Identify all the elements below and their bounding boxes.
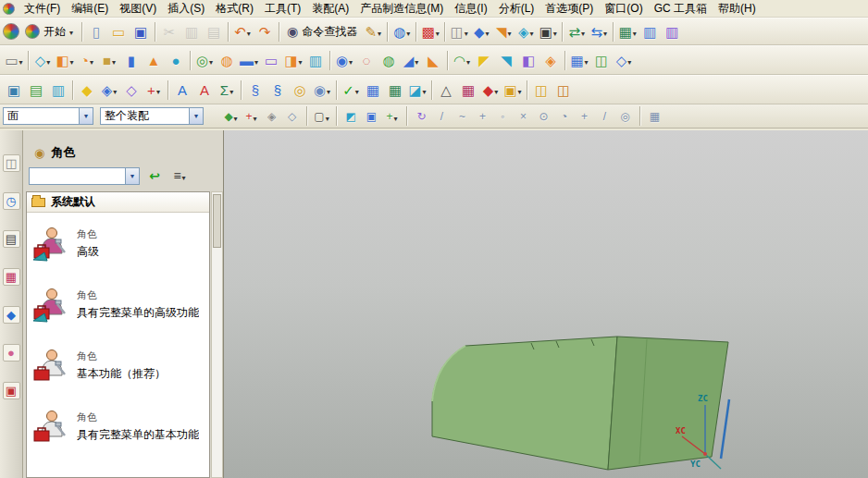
datum-plane-icon[interactable]: ◇ (31, 49, 54, 71)
palette-icon[interactable]: ▦ (3, 268, 20, 286)
expression-icon[interactable]: Σ (216, 79, 238, 101)
gc-tools-icon[interactable]: ▣ (502, 79, 524, 101)
text-tool-icon[interactable]: A (193, 79, 216, 101)
scale-body-icon[interactable]: ◈ (539, 49, 562, 71)
pocket-icon[interactable]: ▭ (260, 49, 282, 71)
fastener-assembly-icon[interactable]: ◆ (479, 79, 502, 101)
triangle-tool-icon[interactable]: △ (435, 79, 457, 101)
shaded-cube-icon[interactable]: ◩ (342, 107, 360, 125)
point-on-face-snap-icon[interactable]: ◎ (616, 107, 634, 125)
draft-icon[interactable]: ◥ (495, 49, 517, 71)
command-finder-button[interactable]: ◉命令查找器 (282, 23, 362, 41)
save-icon[interactable]: ▣ (130, 20, 152, 43)
block-icon[interactable]: ■ (98, 49, 120, 71)
role-item-1[interactable]: 角色具有完整菜单的高级功能 (27, 274, 209, 335)
scrollbar[interactable] (211, 191, 223, 478)
layers-icon[interactable]: ▤ (25, 79, 47, 101)
rotate-view-icon[interactable]: ↻ (413, 107, 430, 125)
new-window-icon[interactable]: ▣ (3, 79, 25, 101)
revolve-icon[interactable]: ◔ (76, 49, 98, 71)
chamfer-icon[interactable]: ◤ (473, 49, 495, 71)
quadrant-snap-icon[interactable]: ◔ (555, 107, 573, 125)
menu-item-13[interactable]: 帮助(H) (713, 0, 762, 18)
model-front-face[interactable] (432, 337, 617, 470)
menu-item-12[interactable]: GC 工具箱 (649, 0, 713, 18)
menu-item-5[interactable]: 工具(T) (259, 0, 306, 18)
3d-model[interactable]: ZC XC YC (429, 330, 744, 478)
point-set-icon[interactable]: + (143, 79, 165, 101)
roles-icon[interactable]: ● (3, 344, 20, 362)
split-body-icon[interactable]: ◣ (422, 49, 444, 71)
curve-snap-icon[interactable]: ~ (453, 107, 471, 125)
paste-icon[interactable]: ▤ (203, 20, 225, 43)
select-filter-icon[interactable]: ◈ (263, 107, 280, 125)
subtract-icon[interactable]: ◌ (355, 49, 378, 71)
ring-tool-icon[interactable]: ◎ (289, 79, 311, 101)
combo-dropdown-icon[interactable] (125, 168, 139, 184)
role-item-2[interactable]: 角色基本功能（推荐） (27, 335, 209, 396)
assembly-cube-icon[interactable]: ◆ (470, 20, 492, 43)
compare-icon[interactable]: ▦ (384, 79, 406, 101)
menu-item-9[interactable]: 分析(L) (493, 0, 540, 18)
menu-item-4[interactable]: 格式(R) (210, 0, 259, 18)
sketch-pencil-icon[interactable]: ✎ (362, 20, 384, 43)
panel-pin-icon[interactable]: ◫ (3, 154, 20, 172)
offset-face-icon[interactable]: ◧ (517, 49, 539, 71)
coil-tool-icon[interactable]: § (267, 79, 289, 101)
menu-item-10[interactable]: 首选项(P) (539, 0, 599, 18)
start-menu-button[interactable]: 开始 (19, 23, 79, 41)
visual-report-icon[interactable]: ◪ (406, 79, 428, 101)
cut-icon[interactable]: ✂ (158, 20, 180, 43)
menu-item-6[interactable]: 装配(A) (306, 0, 354, 18)
info-icon[interactable]: ◍ (391, 20, 413, 43)
parts-family-icon[interactable]: ◫ (530, 79, 552, 101)
snap-point-menu-icon[interactable]: ◆ (222, 107, 240, 125)
reuse-library-icon[interactable]: ◫ (552, 79, 575, 101)
pattern-icon[interactable]: ▦ (568, 49, 590, 71)
end-point-snap-icon[interactable]: + (474, 107, 491, 125)
spring-tool-icon[interactable]: § (244, 79, 267, 101)
pad-icon[interactable]: ▬ (238, 49, 260, 71)
menu-item-2[interactable]: 视图(V) (114, 0, 162, 18)
list-view-icon[interactable]: ≡ (169, 166, 190, 185)
menu-item-8[interactable]: 信息(I) (449, 0, 492, 18)
cone-icon[interactable]: ▲ (143, 49, 165, 71)
spiral-tool-icon[interactable]: ◉ (311, 79, 333, 101)
scope-combo[interactable]: 整个装配 (100, 107, 204, 125)
view-cube-icon[interactable]: ◇ (613, 49, 635, 71)
move-object-icon[interactable]: ◈ (98, 79, 120, 101)
direct-sketch-icon[interactable]: ▭ (3, 49, 25, 71)
boss-icon[interactable]: ◍ (216, 49, 238, 71)
transfer-in-icon[interactable]: ⇄ (565, 20, 588, 43)
grid-snap-icon[interactable]: ▦ (646, 107, 663, 125)
point-on-curve-snap-icon[interactable]: / (596, 107, 614, 125)
view-style-icon[interactable]: ◈ (515, 20, 537, 43)
intersect-icon[interactable]: ◍ (378, 49, 400, 71)
group-header-system-default[interactable]: 系统默认 (27, 192, 209, 213)
role-item-0[interactable]: 角色高级 (27, 213, 209, 274)
trim-body-icon[interactable]: ◢ (400, 49, 422, 71)
work-view-icon[interactable]: ▣ (363, 107, 380, 125)
highlight-toggle-icon[interactable]: ◇ (283, 107, 301, 125)
mid-point-snap-icon[interactable]: ◦ (494, 107, 512, 125)
rectangle-select-icon[interactable]: ▢ (313, 107, 330, 125)
unite-icon[interactable]: ◉ (333, 49, 355, 71)
model-side-face[interactable] (608, 337, 728, 470)
role-search-combo[interactable] (29, 167, 140, 185)
orient-wedge-icon[interactable]: ◥ (492, 20, 515, 43)
window-layout-icon[interactable]: ▣ (3, 382, 20, 399)
selected-edge[interactable] (721, 399, 729, 459)
check-mate-icon[interactable]: ✓ (340, 79, 362, 101)
web-browser-icon[interactable]: ◆ (3, 306, 20, 324)
transform-icon[interactable]: ◇ (120, 79, 143, 101)
cylinder-icon[interactable]: ▮ (120, 49, 143, 71)
role-item-3[interactable]: 角色具有完整菜单的基本功能 (27, 396, 209, 457)
existing-point-snap-icon[interactable]: + (576, 107, 593, 125)
menu-item-0[interactable]: 文件(F) (19, 0, 66, 18)
combo-dropdown-icon[interactable] (189, 108, 203, 124)
redo-icon[interactable]: ↷ (254, 20, 276, 43)
rib-icon[interactable]: ▥ (304, 49, 327, 71)
scrollbar-thumb[interactable] (213, 194, 221, 248)
intersection-snap-icon[interactable]: × (515, 107, 532, 125)
grid-table-icon[interactable]: ▦ (457, 79, 479, 101)
